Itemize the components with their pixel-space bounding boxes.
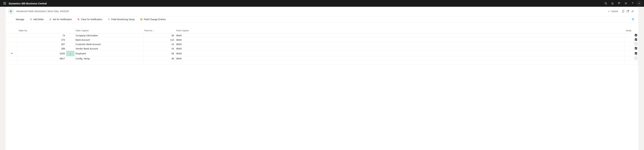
more-icon[interactable] [70, 53, 70, 55]
table-row[interactable]: 287Customer Bank Account24IBAN [6, 42, 638, 46]
svg-line-18 [633, 10, 634, 11]
field-no-cell[interactable]: 38 [143, 56, 175, 61]
table-no-cell[interactable]: 270 [18, 38, 66, 42]
col-notify[interactable]: Notify [625, 28, 638, 33]
table-row[interactable]: 8627Config. Setup38IBAN [6, 56, 638, 61]
empty-cell[interactable] [66, 61, 74, 64]
user-avatar[interactable]: IK [637, 1, 642, 6]
row-actions-cell[interactable] [66, 46, 74, 51]
flag-icon[interactable] [616, 0, 622, 7]
bell-set-icon [49, 18, 52, 21]
table-no-cell[interactable]: 288 [18, 46, 66, 51]
notify-cell[interactable] [625, 51, 638, 56]
row-selector-cell[interactable] [6, 46, 18, 51]
field-change-entries-label: Field Change Entries [144, 18, 166, 21]
svg-rect-15 [627, 11, 628, 12]
table-caption-cell[interactable]: Config. Setup [74, 56, 143, 61]
bookmark-icon[interactable] [621, 9, 626, 14]
svg-point-9 [605, 2, 606, 4]
add-fields-label: Add fields [33, 18, 44, 21]
setup-icon [108, 18, 110, 21]
field-monitoring-setup-button[interactable]: Field Monitoring Setup [106, 17, 136, 22]
notify-cell[interactable] [625, 46, 638, 51]
field-caption-cell[interactable]: IBAN [175, 51, 625, 56]
row-selector-cell[interactable] [6, 56, 18, 61]
notify-cell[interactable] [625, 42, 638, 46]
app-launcher-icon[interactable] [1, 0, 8, 7]
notify-checkbox[interactable] [635, 57, 637, 59]
back-button[interactable] [8, 9, 14, 14]
row-actions-cell[interactable] [66, 42, 74, 46]
table-caption-cell[interactable]: Company Information [74, 33, 143, 38]
add-fields-button[interactable]: Add fields [28, 17, 45, 22]
empty-cell[interactable] [175, 61, 625, 64]
field-no-cell[interactable]: 38 [143, 33, 175, 38]
empty-cell[interactable] [6, 61, 18, 64]
table-caption-cell[interactable]: Employee [74, 51, 143, 56]
settings-icon[interactable] [622, 0, 629, 7]
popout-icon[interactable] [626, 9, 630, 14]
col-actions [66, 28, 74, 33]
col-table-no[interactable]: Table No. [18, 28, 66, 33]
row-selector-cell[interactable] [6, 51, 18, 56]
table-no-cell[interactable]: 79 [18, 33, 66, 38]
notify-checkbox[interactable] [635, 43, 637, 45]
clear-notification-button[interactable]: Clear for Notification [76, 17, 104, 22]
notify-checkbox[interactable] [635, 34, 637, 36]
field-caption-cell[interactable]: IBAN [175, 33, 625, 38]
search-icon[interactable] [602, 0, 609, 7]
field-caption-cell[interactable]: IBAN [175, 56, 625, 61]
col-field-no[interactable]: Field No.↑ [143, 28, 175, 33]
row-actions-cell[interactable] [66, 33, 74, 38]
filter-icon[interactable] [630, 17, 635, 22]
field-caption-cell[interactable]: IBAN [175, 42, 625, 46]
top-header: Dynamics 365 Business Central IK [0, 0, 644, 7]
field-no-cell[interactable]: 58 [143, 51, 175, 56]
set-notification-button[interactable]: Set for Notification [48, 17, 73, 22]
svg-rect-3 [4, 3, 4, 4]
notify-checkbox[interactable] [635, 38, 637, 41]
notify-cell[interactable] [625, 38, 638, 42]
field-caption-cell[interactable]: IBAN [175, 46, 625, 51]
notify-cell[interactable] [625, 56, 638, 61]
table-caption-cell[interactable]: Vendor Bank Account [74, 46, 143, 51]
table-row[interactable]: 288Vendor Bank Account24IBAN [6, 46, 638, 51]
row-selector-cell[interactable] [6, 33, 18, 38]
table-caption-cell[interactable]: Bank Account [74, 38, 143, 42]
manage-menu[interactable]: Manage [14, 17, 26, 22]
col-field-caption[interactable]: Field Caption [175, 28, 625, 33]
field-change-entries-button[interactable]: Field Change Entries [139, 17, 167, 22]
notifications-icon[interactable] [609, 0, 616, 7]
row-actions-cell[interactable] [66, 56, 74, 61]
table-no-cell[interactable]: 287 [18, 42, 66, 46]
table-row[interactable]: 79Company Information38IBAN [6, 33, 638, 38]
field-no-cell[interactable]: 110 [143, 38, 175, 42]
row-actions-cell[interactable] [66, 38, 74, 42]
help-icon[interactable] [629, 0, 636, 7]
table-row[interactable]: 270Bank Account110IBAN [6, 38, 638, 42]
table-row[interactable]: 5200Employee58IBAN [6, 51, 638, 56]
empty-cell[interactable] [74, 61, 143, 64]
row-selector-cell[interactable] [6, 38, 18, 42]
svg-rect-1 [4, 2, 5, 3]
table-no-cell[interactable]: 5200 [18, 51, 66, 56]
row-actions-cell[interactable] [66, 51, 74, 56]
table-no-cell[interactable]: 8627 [18, 56, 66, 61]
field-caption-cell[interactable]: IBAN [175, 38, 625, 42]
col-notify-label: Notify [626, 29, 632, 32]
empty-cell[interactable] [143, 61, 175, 64]
collapse-icon[interactable] [630, 9, 635, 14]
row-selector-cell[interactable] [6, 42, 18, 46]
table-row-empty[interactable] [6, 61, 638, 64]
empty-cell[interactable] [625, 61, 638, 64]
empty-cell[interactable] [18, 61, 66, 64]
notify-checkbox[interactable] [635, 47, 637, 49]
notify-checkbox[interactable] [635, 52, 637, 54]
field-no-cell[interactable]: 24 [143, 42, 175, 46]
svg-rect-0 [4, 2, 4, 3]
field-no-cell[interactable]: 24 [143, 46, 175, 51]
col-selector[interactable] [6, 28, 18, 33]
notify-cell[interactable] [625, 33, 638, 38]
table-caption-cell[interactable]: Customer Bank Account [74, 42, 143, 46]
col-table-caption[interactable]: Table Caption [74, 28, 143, 33]
